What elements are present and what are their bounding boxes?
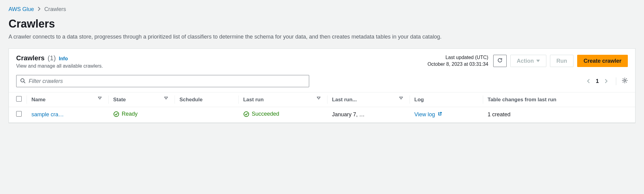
last-run-value: Succeeded	[243, 111, 279, 117]
col-schedule[interactable]: Schedule	[175, 92, 238, 107]
gear-icon	[622, 77, 628, 85]
page-prev[interactable]	[587, 78, 590, 84]
svg-point-3	[114, 112, 119, 117]
pagination: 1	[587, 77, 628, 85]
breadcrumb: AWS Glue Crawlers	[9, 6, 635, 13]
col-last-run[interactable]: Last run	[238, 92, 327, 107]
col-table-changes[interactable]: Table changes from last run	[483, 92, 635, 107]
sort-icon	[317, 97, 320, 100]
page-number: 1	[596, 78, 599, 84]
col-log[interactable]: Log	[410, 92, 483, 107]
external-link-icon	[437, 111, 442, 118]
sort-icon	[399, 97, 403, 100]
caret-down-icon	[536, 60, 540, 62]
last-updated-value: October 8, 2023 at 03:31:34	[428, 61, 488, 68]
page-description: A crawler connects to a data store, prog…	[9, 33, 472, 41]
page-title: Crawlers	[9, 17, 635, 30]
row-checkbox[interactable]	[16, 111, 22, 117]
state-value: Ready	[113, 111, 138, 117]
settings-button[interactable]	[616, 77, 628, 85]
action-label: Action	[517, 58, 534, 64]
last-run-dur-value: January 7, …	[327, 107, 410, 123]
svg-point-2	[624, 80, 626, 81]
schedule-value	[175, 107, 238, 123]
last-updated-label: Last updated (UTC)	[428, 54, 488, 61]
last-updated: Last updated (UTC) October 8, 2023 at 03…	[428, 54, 488, 68]
select-all-checkbox[interactable]	[16, 96, 22, 102]
sort-icon	[164, 97, 168, 100]
crawlers-panel: Crawlers (1) Info View and manage all av…	[9, 48, 635, 123]
crawlers-table: Name State Schedule	[9, 92, 635, 123]
crawler-name-link[interactable]: sample cra…	[31, 111, 64, 118]
table-row: sample cra… Ready	[9, 107, 635, 123]
col-last-run-dur[interactable]: Last run...	[327, 92, 410, 107]
svg-line-1	[24, 82, 25, 83]
search-icon	[20, 78, 26, 84]
svg-point-4	[244, 112, 249, 117]
table-changes-value: 1 created	[483, 107, 635, 123]
create-crawler-button[interactable]: Create crawler	[577, 55, 628, 67]
view-log-link[interactable]: View log	[414, 111, 443, 118]
info-link[interactable]: Info	[59, 56, 68, 62]
page-next[interactable]	[604, 78, 608, 84]
sort-icon	[98, 97, 102, 100]
col-state[interactable]: State	[108, 92, 175, 107]
breadcrumb-root[interactable]: AWS Glue	[9, 6, 34, 13]
search-input[interactable]	[29, 78, 305, 84]
breadcrumb-current: Crawlers	[44, 6, 66, 13]
search-box[interactable]	[16, 75, 309, 87]
check-circle-icon	[113, 111, 119, 117]
panel-count: (1)	[48, 54, 56, 62]
refresh-button[interactable]	[493, 55, 507, 67]
col-name[interactable]: Name	[27, 92, 108, 107]
refresh-icon	[497, 57, 503, 65]
chevron-right-icon	[38, 6, 41, 13]
action-button[interactable]: Action	[510, 55, 546, 67]
panel-subtitle: View and manage all available crawlers.	[16, 63, 103, 69]
check-circle-icon	[243, 111, 249, 117]
panel-title: Crawlers	[16, 54, 45, 62]
run-button[interactable]: Run	[550, 55, 573, 67]
svg-point-0	[21, 79, 24, 82]
